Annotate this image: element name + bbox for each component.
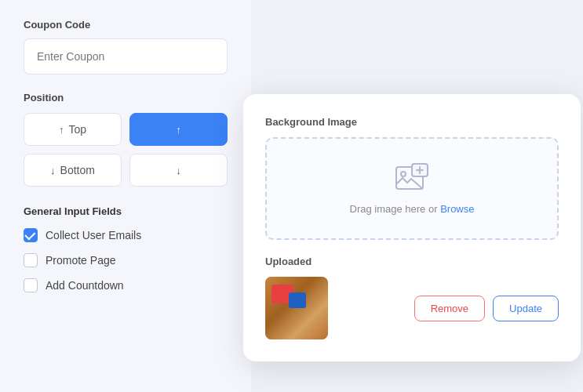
position-label: Position <box>24 92 228 103</box>
checkbox-add-countdown-box <box>24 278 38 292</box>
checkbox-list: Collect User Emails Promote Page Add Cou… <box>24 228 228 292</box>
left-panel: Coupon Code Position ↑ Top ↑ ↓ Bottom ↓ … <box>0 0 251 392</box>
position-top-row: ↑ Top ↑ <box>24 113 228 146</box>
background-image-label: Background Image <box>265 116 559 128</box>
checkbox-add-countdown[interactable]: Add Countdown <box>24 278 228 292</box>
uploaded-row: Remove Update <box>265 277 559 339</box>
drop-zone[interactable]: Drag image here or Browse <box>265 137 559 240</box>
checkbox-add-countdown-label: Add Countdown <box>46 279 124 292</box>
checkbox-promote-page-label: Promote Page <box>46 254 116 267</box>
arrow-down-icon: ↓ <box>50 165 56 176</box>
position-buttons: ↑ Top ↑ ↓ Bottom ↓ <box>24 113 228 187</box>
image-placeholder-icon <box>395 162 429 195</box>
update-button[interactable]: Update <box>493 296 559 321</box>
position-top-active-button[interactable]: ↑ <box>129 113 228 146</box>
position-bottom-right-button[interactable]: ↓ <box>129 154 228 187</box>
checkbox-promote-page-box <box>24 253 38 267</box>
remove-button[interactable]: Remove <box>414 296 485 321</box>
checkbox-promote-page[interactable]: Promote Page <box>24 253 228 267</box>
position-bottom-row: ↓ Bottom ↓ <box>24 154 228 187</box>
checkbox-collect-emails[interactable]: Collect User Emails <box>24 228 228 242</box>
position-bottom-button[interactable]: ↓ Bottom <box>24 154 122 187</box>
position-top-button[interactable]: ↑ Top <box>24 113 122 146</box>
position-bottom-label: Bottom <box>60 164 95 176</box>
drop-zone-text: Drag image here or Browse <box>350 203 475 215</box>
position-top-label: Top <box>68 123 86 136</box>
uploaded-thumbnail <box>265 277 328 339</box>
uploaded-actions: Remove Update <box>414 296 559 321</box>
coupon-input[interactable] <box>24 38 228 74</box>
general-label: General Input Fields <box>24 205 228 217</box>
browse-link[interactable]: Browse <box>440 203 474 215</box>
arrow-down2-icon: ↓ <box>176 165 181 176</box>
checkbox-collect-emails-box <box>24 228 38 242</box>
svg-point-1 <box>401 172 406 176</box>
uploaded-image <box>265 277 328 339</box>
checkbox-collect-emails-label: Collect User Emails <box>46 229 141 241</box>
arrow-active-icon: ↑ <box>176 124 181 136</box>
uploaded-label: Uploaded <box>265 256 559 267</box>
coupon-label: Coupon Code <box>24 19 228 31</box>
right-card: Background Image Drag image here or Brow… <box>243 94 581 361</box>
arrow-up-icon: ↑ <box>59 124 64 136</box>
